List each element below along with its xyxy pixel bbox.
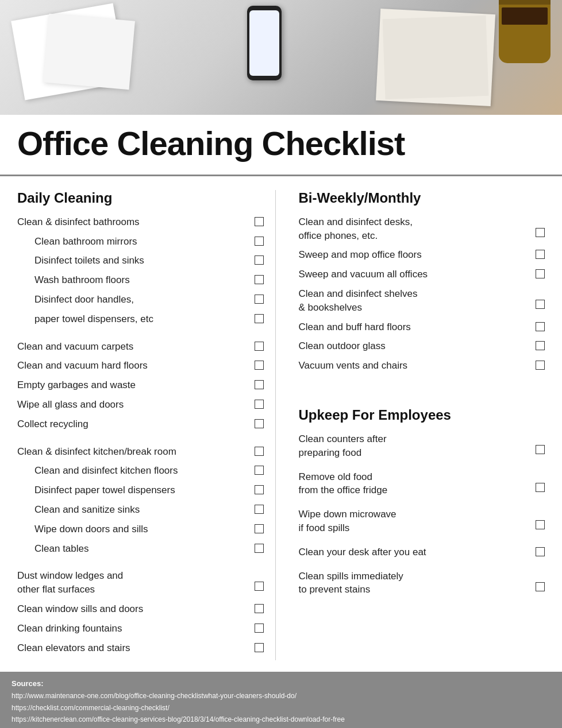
list-item: Wipe down microwaveif food spills xyxy=(299,508,545,535)
list-item: Clean and sanitize sinks xyxy=(34,503,264,517)
source-link-1: http://www.maintenance-one.com/blog/offi… xyxy=(11,690,551,702)
list-item: Sweep and mop office floors xyxy=(299,248,545,262)
list-item: paper towel dispensers, etc xyxy=(34,312,264,326)
list-item: Remove old foodfrom the office fridge xyxy=(299,470,545,498)
list-item: Clean bathroom mirrors xyxy=(34,235,264,249)
biweekly-heading: Bi-Weekly/Monthly xyxy=(299,190,545,206)
checkbox[interactable] xyxy=(536,445,545,454)
checkbox[interactable] xyxy=(255,582,264,591)
checkbox[interactable] xyxy=(536,322,545,331)
list-item: Disinfect door handles, xyxy=(34,293,264,307)
checkbox[interactable] xyxy=(255,419,264,428)
checkbox[interactable] xyxy=(255,447,264,456)
main-content: Daily Cleaning Clean & disinfect bathroo… xyxy=(0,176,562,672)
list-item: Sweep and vacuum all offices xyxy=(299,268,545,281)
checkbox[interactable] xyxy=(255,217,264,226)
checkbox[interactable] xyxy=(536,483,545,492)
source-link-3: https://kitchenerclean.com/office-cleani… xyxy=(11,714,551,725)
checkbox[interactable] xyxy=(255,400,264,409)
list-item: Clean and disinfect kitchen floors xyxy=(34,464,264,478)
list-item: Clean and disinfect shelves& bookshelves xyxy=(299,287,545,315)
daily-cleaning-heading: Daily Cleaning xyxy=(17,190,264,206)
checkbox[interactable] xyxy=(255,466,264,475)
upkeep-heading: Upkeep For Employees xyxy=(299,407,545,423)
list-item: Clean & disinfect kitchen/break room xyxy=(17,445,264,459)
checkbox[interactable] xyxy=(536,250,545,259)
list-item: Clean window sills and doors xyxy=(17,602,264,616)
checkbox[interactable] xyxy=(255,361,264,370)
checkbox[interactable] xyxy=(255,342,264,351)
left-column: Daily Cleaning Clean & disinfect bathroo… xyxy=(17,190,276,661)
checkbox[interactable] xyxy=(255,485,264,494)
list-item: Clean counters afterpreparing food xyxy=(299,432,545,460)
hero-image xyxy=(0,0,562,115)
list-item: Wash bathroom floors xyxy=(34,273,264,287)
kitchen-subitems: Clean and disinfect kitchen floors Disin… xyxy=(17,464,264,555)
checkbox[interactable] xyxy=(255,295,264,304)
checkbox[interactable] xyxy=(255,380,264,389)
bathroom-subitems: Clean bathroom mirrors Disinfect toilets… xyxy=(17,235,264,326)
list-item: Clean outdoor glass xyxy=(299,339,545,353)
list-item: Clean and vacuum hard floors xyxy=(17,359,264,373)
checkbox[interactable] xyxy=(255,275,264,284)
checkbox[interactable] xyxy=(255,505,264,514)
footer: Sources: http://www.maintenance-one.com/… xyxy=(0,672,562,728)
checkbox[interactable] xyxy=(536,520,545,529)
list-item: Clean your desk after you eat xyxy=(299,545,545,559)
list-item: Wipe down doors and sills xyxy=(34,522,264,536)
checkbox[interactable] xyxy=(255,544,264,553)
checkbox[interactable] xyxy=(255,643,264,652)
list-item: Clean & disinfect bathrooms xyxy=(17,215,264,229)
list-item: Clean and vacuum carpets xyxy=(17,340,264,354)
checkbox[interactable] xyxy=(255,604,264,613)
list-item: Clean elevators and stairs xyxy=(17,641,264,655)
list-item: Clean and disinfect desks,office phones,… xyxy=(299,215,545,243)
checkbox[interactable] xyxy=(255,524,264,533)
checkbox[interactable] xyxy=(536,341,545,350)
right-column: Bi-Weekly/Monthly Clean and disinfect de… xyxy=(293,190,545,661)
checkbox[interactable] xyxy=(536,300,545,309)
checkbox[interactable] xyxy=(255,237,264,246)
checkbox[interactable] xyxy=(536,361,545,370)
list-item: Clean and buff hard floors xyxy=(299,320,545,334)
list-item: Disinfect toilets and sinks xyxy=(34,254,264,268)
list-item: Clean tables xyxy=(34,542,264,556)
list-item: Vacuum vents and chairs xyxy=(299,359,545,373)
sources-label: Sources: xyxy=(11,677,551,690)
checkbox[interactable] xyxy=(255,314,264,323)
title-bar: Office Cleaning Checklist xyxy=(0,115,562,176)
list-item: Disinfect paper towel dispensers xyxy=(34,483,264,497)
list-item: Wipe all glass and doors xyxy=(17,398,264,412)
checkbox[interactable] xyxy=(536,582,545,591)
list-item: Clean spills immediatelyto prevent stain… xyxy=(299,570,545,597)
checkbox[interactable] xyxy=(255,624,264,633)
checkbox[interactable] xyxy=(536,547,545,556)
list-item: Collect recycling xyxy=(17,417,264,431)
list-item: Dust window ledges andother flat surface… xyxy=(17,569,264,597)
checkbox[interactable] xyxy=(536,228,545,237)
list-item: Empty garbages and waste xyxy=(17,378,264,392)
page-title: Office Cleaning Checklist xyxy=(17,125,545,162)
checkbox[interactable] xyxy=(255,255,264,265)
list-item: Clean drinking fountains xyxy=(17,622,264,636)
source-link-2: https://checklist.com/commercial-cleanin… xyxy=(11,702,551,714)
checkbox[interactable] xyxy=(536,269,545,278)
